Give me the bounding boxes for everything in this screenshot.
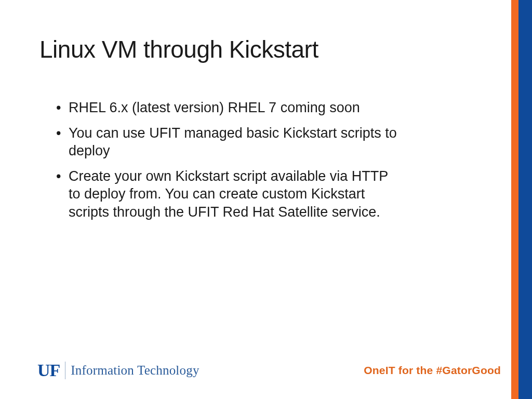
footer-tagline: OneIT for the #GatorGood (364, 364, 501, 377)
bullet-list: RHEL 6.x (latest version) RHEL 7 coming … (69, 99, 401, 221)
list-item: Create your own Kickstart script availab… (69, 167, 401, 221)
uf-logo-group: UF Information Technology (37, 361, 200, 380)
slide-title: Linux VM through Kickstart (39, 35, 318, 63)
logo-divider (65, 362, 65, 379)
stripe-blue (518, 0, 532, 399)
list-item: You can use UFIT managed basic Kickstart… (69, 124, 401, 160)
uf-logo-mark: UF (37, 361, 60, 380)
slide-footer: UF Information Technology OneIT for the … (37, 361, 501, 380)
content-area: RHEL 6.x (latest version) RHEL 7 coming … (69, 99, 401, 228)
list-item: RHEL 6.x (latest version) RHEL 7 coming … (69, 99, 401, 117)
stripe-orange (511, 0, 518, 399)
side-accent-stripes (511, 0, 532, 399)
logo-text: Information Technology (71, 363, 199, 378)
